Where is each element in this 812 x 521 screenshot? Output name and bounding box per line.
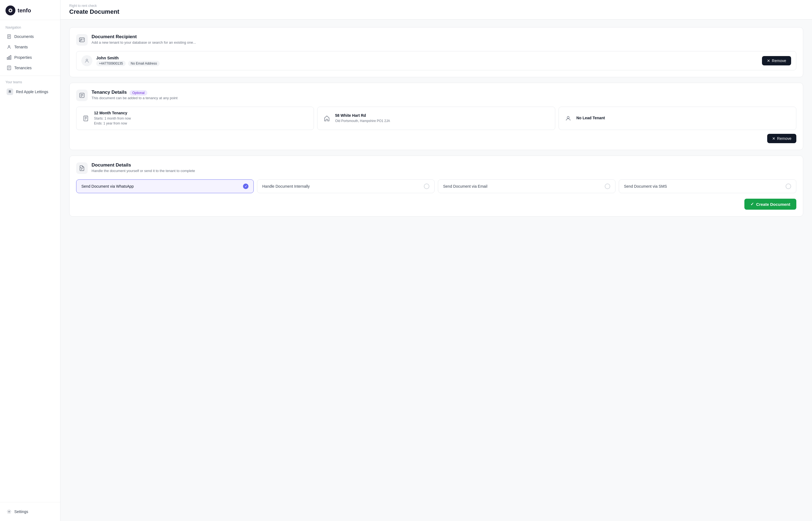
property-name: 58 White Hart Rd bbox=[335, 113, 390, 118]
properties-icon bbox=[6, 55, 12, 60]
tenancy-remove-button[interactable]: ✕ Remove bbox=[767, 134, 796, 143]
svg-point-11 bbox=[86, 59, 88, 61]
create-button-row: ✓ Create Document bbox=[76, 199, 796, 210]
recipient-icon bbox=[79, 37, 85, 43]
recipient-card-title: Document Recipient bbox=[92, 34, 196, 40]
svg-point-14 bbox=[567, 116, 569, 118]
sidebar-item-documents[interactable]: Documents bbox=[3, 31, 57, 42]
tenancy-remove-label: Remove bbox=[777, 136, 791, 141]
create-document-button[interactable]: ✓ Create Document bbox=[744, 199, 796, 210]
tenancy-cell-lease-text: 12 Month Tenancy Starts: 1 month from no… bbox=[94, 111, 131, 126]
option-sms-label: Send Document via SMS bbox=[624, 184, 667, 188]
document-card-header: Document Details Handle the document you… bbox=[76, 162, 796, 174]
settings-item[interactable]: Settings bbox=[3, 507, 57, 517]
lease-icon bbox=[81, 113, 91, 123]
recipient-card-text: Document Recipient Add a new tenant to y… bbox=[92, 34, 196, 45]
page-title: Create Document bbox=[69, 8, 803, 15]
tenancy-card-text: Tenancy Details Optional This document c… bbox=[92, 90, 178, 100]
tenancy-card-header: Tenancy Details Optional This document c… bbox=[76, 90, 796, 101]
sidebar-item-tenants-label: Tenants bbox=[14, 45, 28, 49]
main-content: Right to rent check Create Document Docu… bbox=[61, 0, 812, 521]
lead-tenant-label: No Lead Tenant bbox=[577, 116, 605, 120]
recipient-left: John Smith +447700900135 No Email Addres… bbox=[81, 55, 161, 66]
tenancy-icon bbox=[79, 92, 85, 98]
property-address: Old Portsmouth, Hampshire PO1 2JA bbox=[335, 118, 390, 123]
recipient-row: John Smith +447700900135 No Email Addres… bbox=[76, 51, 796, 70]
svg-rect-6 bbox=[10, 55, 11, 59]
svg-rect-4 bbox=[7, 58, 8, 59]
sidebar-bottom: Settings bbox=[0, 502, 60, 521]
sidebar-item-properties-label: Properties bbox=[14, 55, 32, 60]
recipient-avatar bbox=[81, 55, 92, 66]
team-name: Red Apple Lettings bbox=[16, 90, 48, 94]
sidebar: tenfo Navigation Documents Tenants Pro bbox=[0, 0, 61, 521]
document-card-subtitle: Handle the document yourself or send it … bbox=[92, 169, 195, 173]
user-icon bbox=[6, 45, 12, 49]
document-card-text: Document Details Handle the document you… bbox=[92, 162, 195, 173]
document-details-icon bbox=[79, 165, 85, 171]
tenancy-ends: Ends: 1 year from now bbox=[94, 121, 131, 126]
recipient-remove-button[interactable]: ✕ Remove bbox=[762, 56, 791, 65]
option-internally-radio bbox=[424, 184, 429, 189]
sidebar-item-tenancies[interactable]: Tenancies bbox=[3, 63, 57, 73]
tenancy-cell-property-text: 58 White Hart Rd Old Portsmouth, Hampshi… bbox=[335, 113, 390, 123]
tenancy-card-title: Tenancy Details bbox=[92, 90, 127, 95]
team-avatar: R bbox=[6, 89, 13, 95]
option-sms[interactable]: Send Document via SMS bbox=[619, 179, 796, 193]
document-icon-wrap bbox=[76, 162, 88, 174]
svg-point-15 bbox=[81, 167, 81, 167]
tenancy-remove-wrap: ✕ Remove bbox=[76, 134, 796, 143]
tenancy-grid: 12 Month Tenancy Starts: 1 month from no… bbox=[76, 107, 796, 130]
tenancy-name: 12 Month Tenancy bbox=[94, 111, 131, 115]
tenancies-icon bbox=[6, 65, 12, 70]
svg-point-10 bbox=[81, 39, 82, 40]
recipient-card-header: Document Recipient Add a new tenant to y… bbox=[76, 34, 796, 46]
teams-label: Your teams bbox=[3, 80, 57, 84]
tenancy-cell-property: 58 White Hart Rd Old Portsmouth, Hampshi… bbox=[317, 107, 555, 130]
file-icon bbox=[6, 34, 12, 39]
svg-rect-13 bbox=[84, 116, 88, 121]
option-email-label: Send Document via Email bbox=[443, 184, 487, 188]
svg-rect-5 bbox=[8, 56, 9, 59]
sidebar-item-documents-label: Documents bbox=[14, 35, 34, 39]
tenancy-starts: Starts: 1 month from now bbox=[94, 116, 131, 121]
option-sms-radio bbox=[786, 184, 791, 189]
option-whatsapp[interactable]: Send Document via WhatsApp bbox=[76, 179, 254, 193]
tenancy-cell-lead-tenant: No Lead Tenant bbox=[559, 107, 796, 130]
team-item[interactable]: R Red Apple Lettings bbox=[3, 86, 57, 97]
logo-text: tenfo bbox=[18, 7, 31, 14]
recipient-remove-label: Remove bbox=[772, 59, 786, 63]
tenancy-remove-x-icon: ✕ bbox=[772, 136, 775, 141]
optional-badge: Optional bbox=[130, 90, 147, 96]
property-icon bbox=[322, 113, 332, 123]
sidebar-item-tenancies-label: Tenancies bbox=[14, 66, 31, 70]
breadcrumb: Right to rent check bbox=[69, 4, 803, 8]
option-whatsapp-radio bbox=[243, 184, 248, 189]
option-email[interactable]: Send Document via Email bbox=[438, 179, 615, 193]
tenancy-icon-wrap bbox=[76, 90, 88, 101]
recipient-name: John Smith bbox=[96, 55, 161, 60]
content-area: Document Recipient Add a new tenant to y… bbox=[61, 20, 812, 224]
nav-section: Navigation Documents Tenants Properties bbox=[0, 20, 60, 75]
option-internally[interactable]: Handle Document Internally bbox=[257, 179, 434, 193]
option-whatsapp-label: Send Document via WhatsApp bbox=[81, 184, 134, 188]
tenancy-cell-lead-tenant-text: No Lead Tenant bbox=[577, 116, 605, 121]
svg-point-8 bbox=[8, 511, 10, 513]
sidebar-item-tenants[interactable]: Tenants bbox=[3, 42, 57, 52]
checkmark-icon: ✓ bbox=[750, 202, 754, 207]
document-details-card: Document Details Handle the document you… bbox=[69, 156, 803, 217]
recipient-icon-wrap bbox=[76, 34, 88, 46]
top-bar: Right to rent check Create Document bbox=[61, 0, 812, 20]
settings-label: Settings bbox=[14, 509, 28, 514]
tenancy-card: Tenancy Details Optional This document c… bbox=[69, 83, 803, 150]
recipient-phone: +447700900135 bbox=[96, 61, 126, 66]
document-card-title: Document Details bbox=[92, 162, 195, 168]
logo-area: tenfo bbox=[0, 0, 60, 20]
option-email-radio bbox=[605, 184, 610, 189]
delivery-options: Send Document via WhatsApp Handle Docume… bbox=[76, 179, 796, 193]
sidebar-item-properties[interactable]: Properties bbox=[3, 52, 57, 62]
recipient-email: No Email Address bbox=[128, 61, 160, 66]
recipient-card-subtitle: Add a new tenant to your database or sea… bbox=[92, 40, 196, 45]
option-internally-label: Handle Document Internally bbox=[262, 184, 310, 188]
lead-tenant-icon bbox=[563, 113, 573, 123]
